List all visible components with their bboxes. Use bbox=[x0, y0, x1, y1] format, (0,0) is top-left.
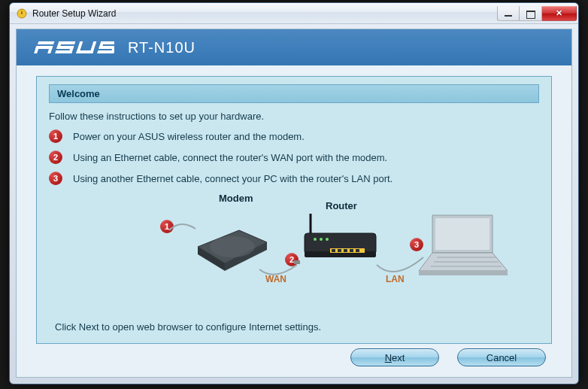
svg-point-31 bbox=[326, 238, 329, 241]
cancel-button[interactable]: Cancel bbox=[457, 348, 546, 366]
svg-rect-26 bbox=[344, 249, 347, 252]
intro-text: Follow these instructions to set up your… bbox=[49, 111, 539, 122]
content-panel: Welcome Follow these instructions to set… bbox=[36, 76, 552, 344]
footnote-text: Click Next to open web browser to config… bbox=[55, 321, 321, 333]
step-2-text: Using an Ethernet cable, connect the rou… bbox=[73, 152, 387, 163]
svg-rect-19 bbox=[294, 260, 300, 264]
connection-diagram: Modem Router WAN LAN 1 2 3 bbox=[49, 193, 539, 298]
step-1: 1 Power on your ASUS wireless router and… bbox=[49, 129, 539, 143]
svg-rect-25 bbox=[338, 249, 341, 252]
close-button[interactable] bbox=[542, 6, 577, 21]
asus-logo bbox=[32, 38, 114, 57]
step-badge-2-icon: 2 bbox=[49, 150, 62, 164]
svg-point-29 bbox=[314, 238, 317, 241]
step-badge-1-icon: 1 bbox=[49, 129, 62, 143]
step-3-text: Using another Ethernet cable, connect yo… bbox=[73, 173, 393, 184]
client-area: RT-N10U Welcome Follow these instruction… bbox=[16, 29, 572, 378]
svg-rect-17 bbox=[97, 50, 114, 53]
step-1-text: Power on your ASUS wireless router and t… bbox=[73, 131, 305, 142]
window-title: Router Setup Wizard bbox=[32, 8, 116, 19]
diagram-illustration bbox=[49, 193, 539, 298]
svg-rect-1 bbox=[38, 41, 54, 44]
step-3: 3 Using another Ethernet cable, connect … bbox=[49, 172, 539, 185]
section-title: Welcome bbox=[49, 84, 539, 103]
svg-rect-28 bbox=[356, 249, 359, 252]
model-label: RT-N10U bbox=[128, 39, 195, 56]
svg-rect-15 bbox=[99, 46, 114, 49]
step-badge-3-icon: 3 bbox=[49, 172, 62, 185]
svg-point-30 bbox=[320, 238, 323, 241]
svg-rect-9 bbox=[55, 50, 72, 53]
wizard-header: RT-N10U bbox=[17, 29, 571, 65]
svg-rect-27 bbox=[350, 249, 353, 252]
minimize-button[interactable] bbox=[497, 6, 520, 21]
svg-point-18 bbox=[210, 236, 255, 257]
wizard-window: Router Setup Wizard bbox=[9, 2, 579, 384]
next-button[interactable]: Next bbox=[350, 348, 439, 366]
app-icon bbox=[16, 8, 28, 20]
titlebar[interactable]: Router Setup Wizard bbox=[10, 3, 578, 24]
svg-rect-12 bbox=[89, 41, 96, 53]
maximize-button[interactable] bbox=[520, 6, 542, 21]
step-2: 2 Using an Ethernet cable, connect the r… bbox=[49, 150, 539, 164]
svg-rect-24 bbox=[332, 249, 335, 252]
